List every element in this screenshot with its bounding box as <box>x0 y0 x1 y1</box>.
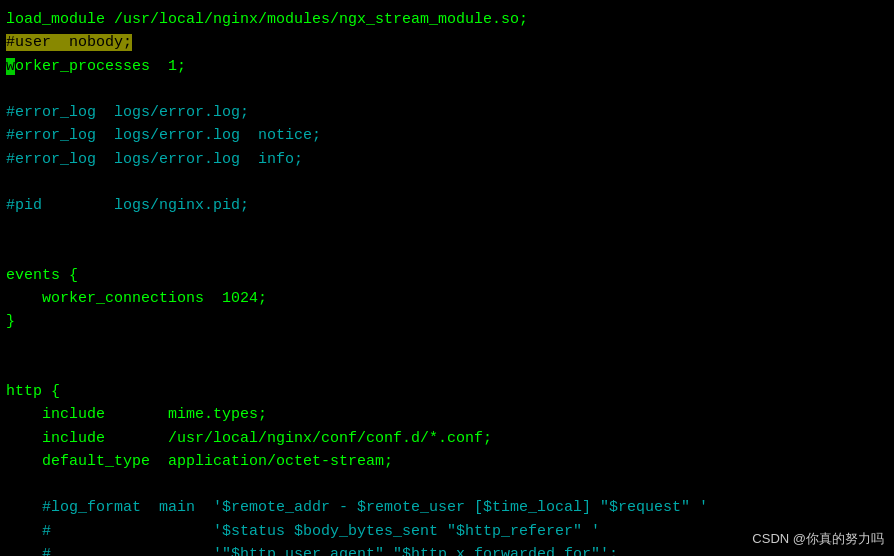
line-13: worker_connections 1024; <box>6 287 888 310</box>
line-9: #pid logs/nginx.pid; <box>6 194 888 217</box>
line-1: load_module /usr/local/nginx/modules/ngx… <box>6 8 888 31</box>
line-16 <box>6 357 888 380</box>
watermark-platform: CSDN <box>752 531 789 546</box>
line-8 <box>6 171 888 194</box>
line-6: #error_log logs/error.log notice; <box>6 124 888 147</box>
line-10 <box>6 217 888 240</box>
line-2: #user nobody; <box>6 31 888 54</box>
line-4 <box>6 78 888 101</box>
line-22: #log_format main '$remote_addr - $remote… <box>6 496 888 519</box>
line-19: include /usr/local/nginx/conf/conf.d/*.c… <box>6 427 888 450</box>
line-20: default_type application/octet-stream; <box>6 450 888 473</box>
line-7: #error_log logs/error.log info; <box>6 148 888 171</box>
code-editor: load_module /usr/local/nginx/modules/ngx… <box>0 0 894 556</box>
line-12: events { <box>6 264 888 287</box>
line-11 <box>6 241 888 264</box>
line-17: http { <box>6 380 888 403</box>
line-15 <box>6 334 888 357</box>
line-18: include mime.types; <box>6 403 888 426</box>
line-3: worker_processes 1; <box>6 55 888 78</box>
line-5: #error_log logs/error.log; <box>6 101 888 124</box>
line-21 <box>6 473 888 496</box>
watermark: CSDN @你真的努力吗 <box>752 530 884 548</box>
watermark-author: @你真的努力吗 <box>793 531 884 546</box>
line-14: } <box>6 310 888 333</box>
